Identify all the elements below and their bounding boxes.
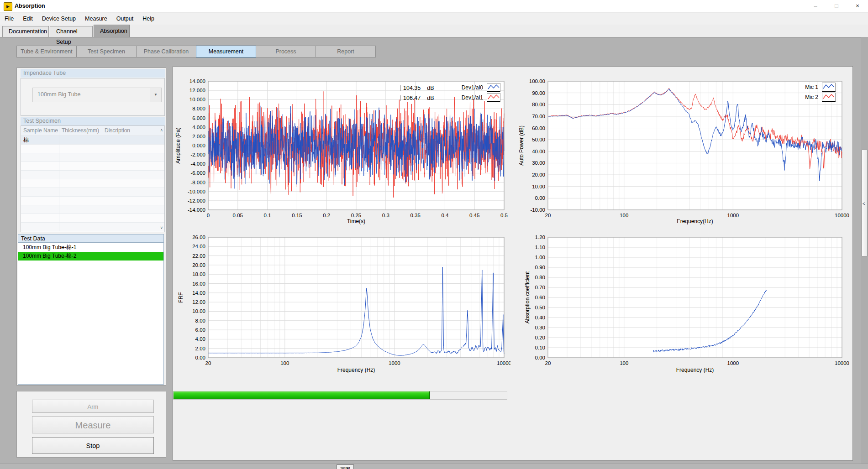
menu-item-help[interactable]: Help <box>138 13 159 25</box>
table-row-empty[interactable] <box>21 197 164 205</box>
readout-value: 104.35 <box>403 85 421 91</box>
table-header-row: Sample NameThickness(mm)Discription <box>21 126 164 136</box>
menu-item-file[interactable]: File <box>0 13 18 25</box>
subtab-process[interactable]: Process <box>256 46 316 57</box>
impedance-tube-dropdown[interactable]: 100mm Big Tube ▼ <box>32 88 162 102</box>
subtab-tube-environment[interactable]: Tube & Environment <box>16 46 77 57</box>
menu-item-measure[interactable]: Measure <box>80 13 112 25</box>
table-cell <box>102 188 155 196</box>
svg-text:Frequency (Hz): Frequency (Hz) <box>676 367 714 373</box>
table-cell <box>59 214 102 222</box>
table-row-empty[interactable] <box>21 145 164 153</box>
menu-item-edit[interactable]: Edit <box>18 13 37 25</box>
subtab-measurement[interactable]: Measurement <box>196 46 256 57</box>
arm-button[interactable]: Arm <box>32 400 154 413</box>
svg-text:100: 100 <box>620 213 628 218</box>
svg-text:0.40: 0.40 <box>535 315 545 320</box>
subtab-phase-calibration[interactable]: Phase Calibration <box>136 46 196 57</box>
test-data-list[interactable]: 100mm Big Tube-棉-1100mm Big Tube-棉-2 <box>18 243 164 385</box>
scroll-up-icon[interactable]: ∧ <box>160 128 163 132</box>
table-row-empty[interactable] <box>21 171 164 179</box>
table-cell: 棉 <box>21 136 59 144</box>
legend-label-mic-1[interactable]: Mic 1 <box>783 84 818 90</box>
svg-text:14.00: 14.00 <box>192 290 205 296</box>
legend-line-icon[interactable] <box>487 83 500 92</box>
table-cell <box>102 145 155 153</box>
svg-text:-2.000: -2.000 <box>190 152 205 157</box>
tab-documentation[interactable]: Documentation <box>2 26 49 37</box>
svg-text:0.00: 0.00 <box>195 355 205 360</box>
svg-text:20: 20 <box>545 360 551 366</box>
svg-text:20: 20 <box>545 213 551 218</box>
test-specimen-table[interactable]: ∧ ∨ Sample NameThickness(mm)Discription棉 <box>21 125 165 232</box>
svg-text:1.20: 1.20 <box>535 234 545 240</box>
menubar: FileEditDevice SetupMeasureOutputHelp <box>0 13 868 25</box>
svg-text:0.4: 0.4 <box>441 213 449 218</box>
svg-text:70.00: 70.00 <box>532 114 545 119</box>
column-header-thickness-mm[interactable]: Thickness(mm) <box>59 126 102 135</box>
legend-line-icon[interactable] <box>822 93 836 102</box>
window-controls: – □ × <box>805 0 868 12</box>
absorption-coefficient-chart[interactable]: 1.201.101.000.900.800.700.600.500.400.30… <box>514 232 857 379</box>
measure-button[interactable]: Measure <box>32 416 154 433</box>
tab-channel-setup[interactable]: Channel Setup <box>50 26 93 37</box>
svg-text:26.00: 26.00 <box>192 234 205 240</box>
legend-label-dev1-ai1[interactable]: Dev1/ai1 <box>447 94 483 101</box>
menu-item-output[interactable]: Output <box>112 13 138 25</box>
svg-text:0.1: 0.1 <box>264 213 271 218</box>
table-cell <box>21 205 59 214</box>
svg-text:Absorption coefficient: Absorption coefficient <box>524 271 531 323</box>
svg-text:0.30: 0.30 <box>535 325 545 330</box>
svg-text:30.00: 30.00 <box>532 160 545 166</box>
scroll-down-icon[interactable]: ∨ <box>160 225 163 230</box>
tab-absorption[interactable]: Absorption <box>94 25 130 37</box>
svg-text:20.00: 20.00 <box>192 262 205 268</box>
table-row-empty[interactable] <box>21 214 164 223</box>
table-row-empty[interactable] <box>21 153 164 162</box>
column-header-discription[interactable]: Discription <box>102 126 155 135</box>
command-button-panel: ArmMeasureStop <box>16 391 166 458</box>
table-row-empty[interactable] <box>21 223 164 231</box>
svg-text:100: 100 <box>280 360 289 366</box>
legend-line-icon[interactable] <box>822 83 836 92</box>
stop-button[interactable]: Stop <box>32 437 154 454</box>
table-cell <box>59 205 102 214</box>
svg-text:0.20: 0.20 <box>535 335 545 340</box>
table-cell <box>59 145 102 153</box>
minimize-button[interactable]: – <box>805 0 826 12</box>
table-cell <box>21 188 59 196</box>
legend-label-dev1-ai0[interactable]: Dev1/ai0 <box>447 84 483 91</box>
close-button[interactable]: × <box>847 0 868 12</box>
subtab-test-specimen[interactable]: Test Specimen <box>76 46 137 57</box>
legend-line-icon[interactable] <box>487 93 500 102</box>
svg-text:10.00: 10.00 <box>532 184 545 189</box>
table-row-empty[interactable] <box>21 205 164 214</box>
svg-text:18.00: 18.00 <box>192 271 205 277</box>
svg-text:22.00: 22.00 <box>192 253 205 259</box>
subtab-report[interactable]: Report <box>316 46 376 57</box>
table-row-empty[interactable] <box>21 162 164 171</box>
svg-text:0.15: 0.15 <box>292 213 302 218</box>
legend-label-mic-2[interactable]: Mic 2 <box>783 94 818 100</box>
list-item-100mm-big-tube-2[interactable]: 100mm Big Tube-棉-2 <box>18 252 163 261</box>
svg-text:4.00: 4.00 <box>195 336 205 342</box>
table-cell <box>102 214 155 222</box>
svg-text:0.35: 0.35 <box>410 213 420 218</box>
frf-chart[interactable]: 26.0024.0022.0020.0018.0016.0014.0012.00… <box>174 232 510 379</box>
table-row-empty[interactable] <box>21 188 164 197</box>
menu-item-device-setup[interactable]: Device Setup <box>37 13 80 25</box>
column-header-sample-name[interactable]: Sample Name <box>21 126 59 135</box>
collapse-left-icon[interactable]: < <box>863 201 865 206</box>
list-item-100mm-big-tube-1[interactable]: 100mm Big Tube-棉-1 <box>18 243 163 252</box>
bottom-tab-partial[interactable]: 画图 <box>337 464 355 469</box>
table-row-empty[interactable] <box>21 179 164 188</box>
svg-text:Auto Power (dB): Auto Power (dB) <box>518 125 525 166</box>
table-row[interactable]: 棉 <box>21 136 164 145</box>
svg-text:1000: 1000 <box>727 213 739 218</box>
sub-tabstrip: Tube & EnvironmentTest SpecimenPhase Cal… <box>17 46 376 57</box>
svg-text:10.00: 10.00 <box>192 308 205 314</box>
maximize-button[interactable]: □ <box>826 0 847 12</box>
svg-text:Frequency(Hz): Frequency(Hz) <box>677 218 713 224</box>
progressbar-fill <box>174 391 430 399</box>
chevron-down-icon[interactable]: ▼ <box>150 88 161 102</box>
